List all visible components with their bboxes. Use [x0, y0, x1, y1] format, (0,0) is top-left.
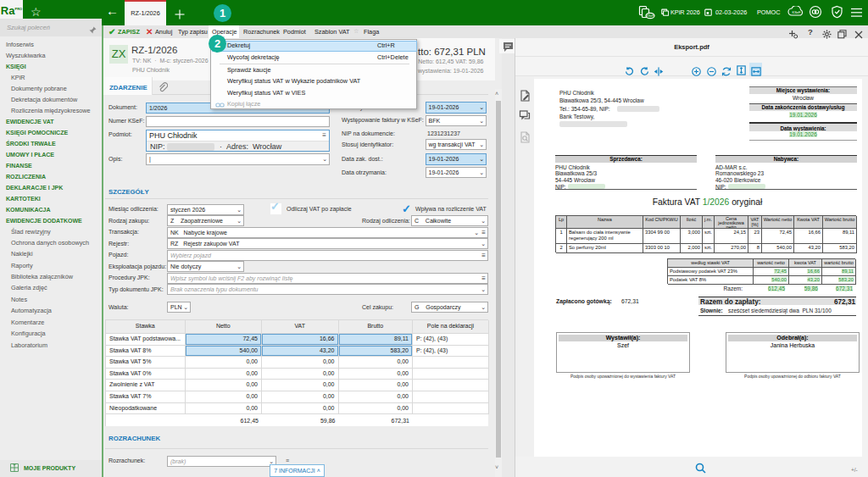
svg-text:KSeF: KSeF — [792, 10, 801, 14]
svg-text:KSeF: KSeF — [647, 14, 654, 18]
